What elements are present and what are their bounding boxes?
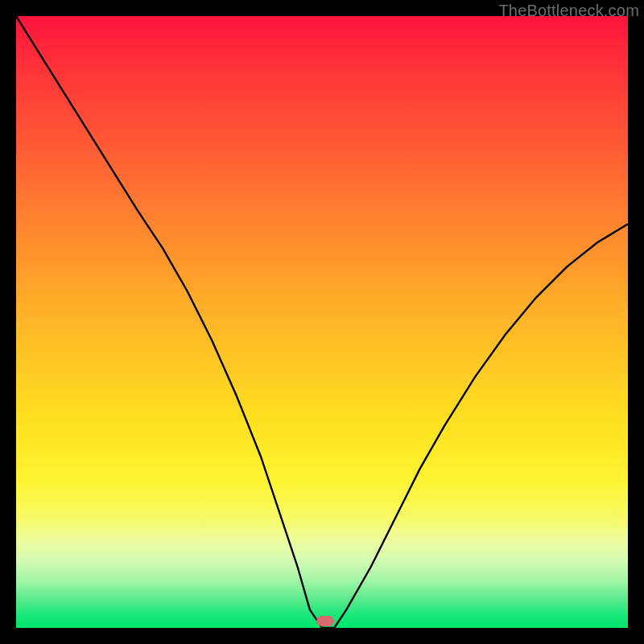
chart-frame: TheBottleneck.com <box>0 0 644 644</box>
curve-path <box>16 16 628 628</box>
bottleneck-curve <box>16 16 628 628</box>
optimum-marker <box>316 616 334 626</box>
plot-area <box>16 16 628 628</box>
